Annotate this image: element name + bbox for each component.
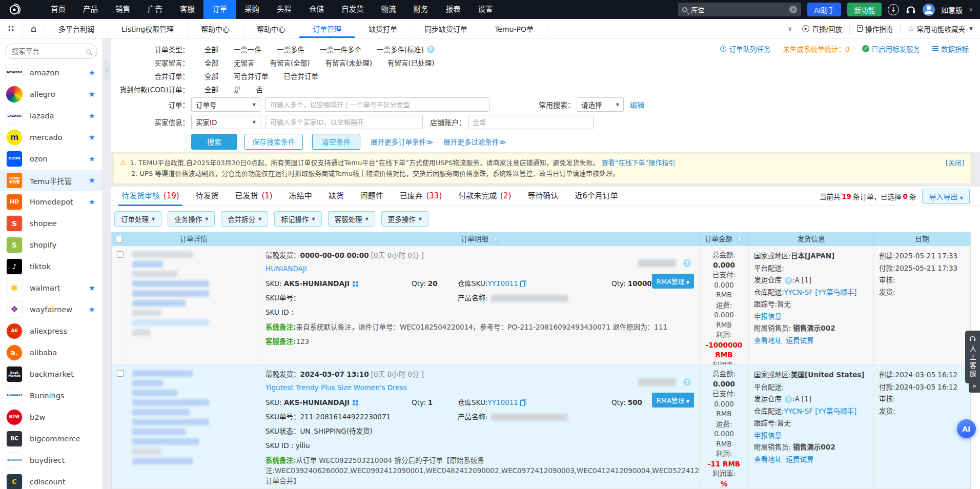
filter-option-有留言(全部)[interactable]: 有留言(全部) (270, 57, 310, 68)
sidebar-platform-alibaba[interactable]: a.alibaba (0, 342, 103, 363)
favorite-star-icon[interactable]: ★ (89, 283, 95, 293)
help-icon[interactable]: ? (785, 277, 792, 284)
toolbar-button-标记操作[interactable]: 标记操作▼ (274, 211, 321, 227)
clear-conditions-button[interactable]: 清空条件 (312, 134, 360, 150)
help-icon[interactable]: ? (736, 236, 743, 243)
sidebar-platform-allegro[interactable]: allegro★ (0, 84, 103, 105)
nav-item-产品[interactable]: 产品 (74, 0, 107, 19)
product-link[interactable]: HUNIANDAJI (266, 263, 307, 274)
nav-item-头程[interactable]: 头程 (268, 0, 300, 19)
edit-common-search-link[interactable]: 编辑 (630, 99, 644, 110)
status-tab-缺货[interactable]: 缺货 (320, 187, 352, 206)
sidebar-platform-Temu半托管[interactable]: TEMU 半托管Temu半托管★ (0, 170, 103, 191)
status-tab-待发货[interactable]: 待发货 (188, 187, 227, 206)
apps-grid-icon[interactable] (0, 19, 23, 38)
favorite-star-icon[interactable]: ★ (89, 68, 95, 77)
page-tab-缺货打单-5[interactable]: 缺货打单 (355, 19, 411, 38)
favorite-star-icon[interactable]: ★ (89, 176, 95, 185)
filter-option-全部[interactable]: 全部 (205, 44, 218, 54)
human-service-tab[interactable]: 人工客服 (965, 331, 980, 383)
page-tab-订单管理-4[interactable]: 订单管理 (299, 19, 355, 38)
sidebar-platform-mercado[interactable]: mmercado★ (0, 127, 103, 148)
import-export-button[interactable]: 导入导出 ▼ (922, 189, 970, 204)
freight-estimate-link[interactable]: 运费试算 (786, 336, 814, 344)
order-number-input[interactable] (266, 97, 489, 112)
nav-item-销售[interactable]: 销售 (107, 0, 139, 19)
filter-option-有留言(未处理)[interactable]: 有留言(未处理) (325, 57, 373, 68)
toolbar-button-更多操作[interactable]: 更多操作▼ (381, 211, 428, 227)
warehouse-delivery-link[interactable]: YYCN-SF [YY菜鸟顺丰] (784, 288, 857, 296)
declare-info-link[interactable]: 申报信息 (754, 312, 782, 320)
expand-panel-tab[interactable]: » (969, 380, 980, 393)
filter-option-可合并订单[interactable]: 可合并订单 (234, 71, 269, 81)
help-icon[interactable]: ? (492, 236, 499, 243)
nav-item-仓储[interactable]: 仓储 (300, 0, 333, 19)
toolbar-button-客服处理[interactable]: 客服处理▼ (328, 211, 375, 227)
ai-floating-button[interactable]: AI (957, 419, 976, 438)
ai-assistant-button[interactable]: AI助手 (807, 3, 841, 16)
data-metrics-link[interactable]: 数据指标 (932, 44, 969, 54)
expand-order-conditions-link[interactable]: 展开更多订单条件≫ (371, 136, 433, 147)
warehouse-sku-link[interactable]: YY10011 (488, 279, 518, 288)
page-tab-Listing权限管理-1[interactable]: Listing权限管理 (108, 19, 188, 38)
status-tab-付款未完成[interactable]: 付款未完成 (2) (450, 187, 519, 206)
status-tab-等待确认[interactable]: 等待确认 (519, 187, 566, 206)
select-all-checkbox[interactable] (116, 236, 122, 242)
home-icon[interactable]: ⌂ (23, 19, 45, 38)
nav-item-客服[interactable]: 客服 (171, 0, 203, 19)
favorite-star-icon[interactable]: ★ (89, 90, 95, 99)
sidebar-platform-backmarket[interactable]: Back Marketbackmarket (0, 363, 103, 385)
filter-option-无留言[interactable]: 无留言 (234, 57, 255, 68)
buyer-type-select[interactable]: 买家ID▼ (191, 115, 260, 129)
filter-option-一票一件多个[interactable]: 一票一件多个 (320, 44, 361, 54)
live-replay-link[interactable]: ▶直播/回放 (802, 24, 842, 34)
warehouse-delivery-link[interactable]: YYCN-SF [YY菜鸟顺丰] (784, 407, 857, 415)
sidebar-platform-tiktok[interactable]: ♪tiktok (0, 256, 103, 277)
uncreated-orders-link[interactable]: 未生成系统单统计：0 (783, 44, 849, 54)
sidebar-platform-amazon[interactable]: Amazonamazon★ (0, 62, 103, 84)
help-icon[interactable]: ? (785, 396, 792, 403)
nav-item-订单[interactable]: 订单 (203, 0, 236, 19)
status-tab-待发货审核[interactable]: 待发货审核 (19) (113, 187, 188, 206)
sidebar-collapse-handle[interactable]: ‹ (103, 61, 110, 79)
order-type-select[interactable]: 订单号▼ (191, 97, 260, 112)
nav-item-报表[interactable]: 报表 (437, 0, 469, 19)
app-logo[interactable] (7, 3, 22, 17)
favorite-star-icon[interactable]: ★ (89, 154, 95, 164)
download-icon[interactable]: ↓ (888, 4, 899, 15)
toolbar-button-订单处理[interactable]: 订单处理▼ (114, 211, 161, 227)
filter-option-是[interactable]: 是 (234, 84, 241, 94)
label-service-enabled-link[interactable]: ✓已启用标发服务 (862, 44, 921, 54)
view-address-link[interactable]: 查看地址 (754, 336, 782, 344)
sidebar-platform-ozon[interactable]: OZONozon★ (0, 148, 103, 170)
status-tab-已废弃[interactable]: 已废弃 (33) (392, 187, 451, 206)
sidebar-platform-aliexpress[interactable]: Alialiexpress (0, 320, 103, 342)
page-tab-帮助中心-2[interactable]: 帮助中心 (188, 19, 243, 38)
sidebar-platform-cdiscount[interactable]: Ccdiscount (0, 471, 103, 489)
rma-manage-button[interactable]: RMA管理▼ (652, 393, 694, 408)
status-tab-问题件[interactable]: 问题件 (352, 187, 392, 206)
nav-item-广告[interactable]: 广告 (139, 0, 171, 19)
platform-search-input[interactable] (12, 47, 86, 55)
status-tab-已发货[interactable]: 已发货 (1) (227, 187, 281, 206)
sidebar-platform-lazada[interactable]: LAZADAlazada★ (0, 105, 103, 127)
product-link[interactable]: Yigutest Trendy Plus Size Women's Dress (266, 382, 407, 393)
save-search-button[interactable]: 保存搜索条件 (244, 134, 303, 150)
search-button[interactable]: 搜索 (191, 134, 237, 150)
filter-option-有留言(已处理)[interactable]: 有留言(已处理) (387, 57, 435, 68)
status-tab-冻结中[interactable]: 冻结中 (281, 187, 320, 206)
filter-option-全部[interactable]: 全部 (205, 71, 218, 81)
order-queue-link[interactable]: 订单队列任务 (720, 44, 770, 54)
row-checkbox[interactable] (117, 251, 124, 258)
nav-item-采购[interactable]: 采购 (236, 0, 268, 19)
help-icon[interactable]: ? (427, 46, 435, 53)
sku-grid-icon[interactable] (353, 281, 355, 283)
favorite-star-icon[interactable]: ★ (89, 133, 95, 142)
buyer-help-icon[interactable]: ? (683, 378, 691, 386)
sku-grid-icon[interactable] (353, 400, 355, 402)
tabs-overflow-chevron-icon[interactable]: ∨ (788, 25, 792, 32)
filter-option-一票一件[interactable]: 一票一件 (234, 44, 261, 54)
toolbar-button-合并拆分[interactable]: 合并拆分▼ (221, 211, 268, 227)
toolbar-button-业务操作[interactable]: 业务操作▼ (168, 211, 215, 227)
page-tab-Temu-PO单-7[interactable]: Temu-PO单 (481, 19, 547, 38)
